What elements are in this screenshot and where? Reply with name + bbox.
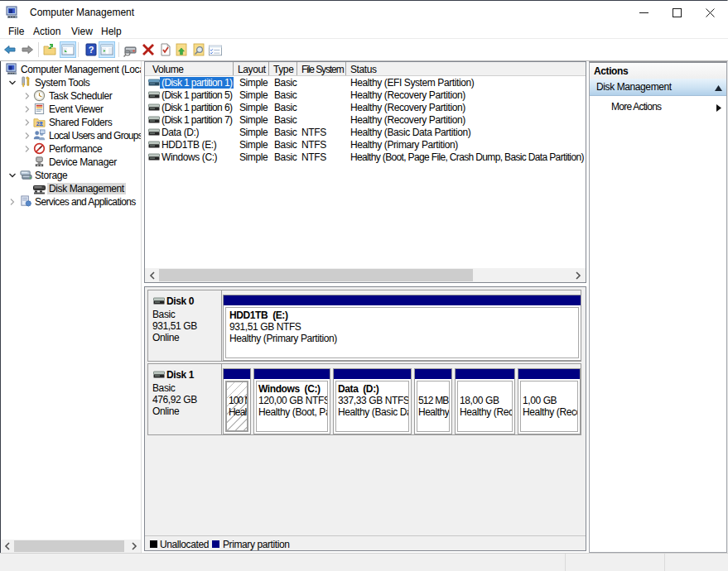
svg-text:?: ? (89, 45, 94, 55)
